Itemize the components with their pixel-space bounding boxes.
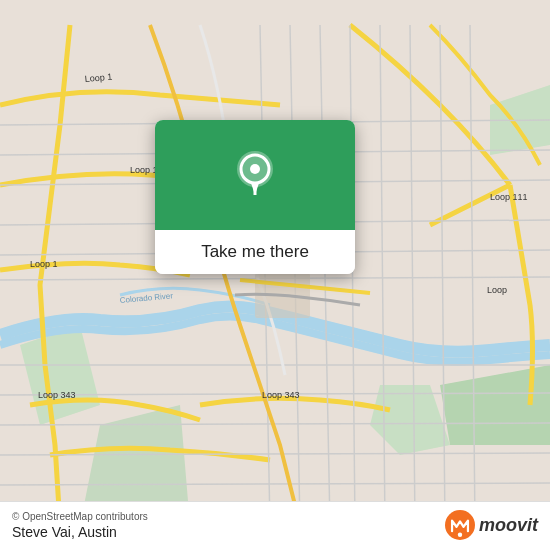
svg-text:Loop 1: Loop 1 <box>30 259 58 269</box>
svg-marker-37 <box>251 183 259 195</box>
svg-text:Loop 343: Loop 343 <box>262 390 300 400</box>
take-me-there-label: Take me there <box>201 242 309 261</box>
svg-text:Loop 1: Loop 1 <box>130 165 158 175</box>
bottom-left: © OpenStreetMap contributors Steve Vai, … <box>12 511 148 540</box>
popup-card-green-header <box>155 120 355 230</box>
moovit-text: moovit <box>479 515 538 536</box>
moovit-logo[interactable]: moovit <box>445 510 538 540</box>
map-background: Loop 1 Loop 1 Loop 1 Loop 343 Loop 343 L… <box>0 0 550 550</box>
osm-credit: © OpenStreetMap contributors <box>12 511 148 522</box>
svg-text:Loop 111: Loop 111 <box>490 192 528 202</box>
svg-text:Loop: Loop <box>487 285 507 295</box>
svg-text:Loop 343: Loop 343 <box>38 390 76 400</box>
location-label: Steve Vai, Austin <box>12 524 148 540</box>
map-container: Loop 1 Loop 1 Loop 1 Loop 343 Loop 343 L… <box>0 0 550 550</box>
svg-point-39 <box>458 533 462 537</box>
moovit-icon <box>445 510 475 540</box>
svg-point-36 <box>250 164 260 174</box>
take-me-there-card[interactable]: Take me there <box>155 120 355 274</box>
location-pin-icon <box>233 150 277 200</box>
bottom-bar: © OpenStreetMap contributors Steve Vai, … <box>0 501 550 550</box>
popup-card-bottom: Take me there <box>155 230 355 274</box>
